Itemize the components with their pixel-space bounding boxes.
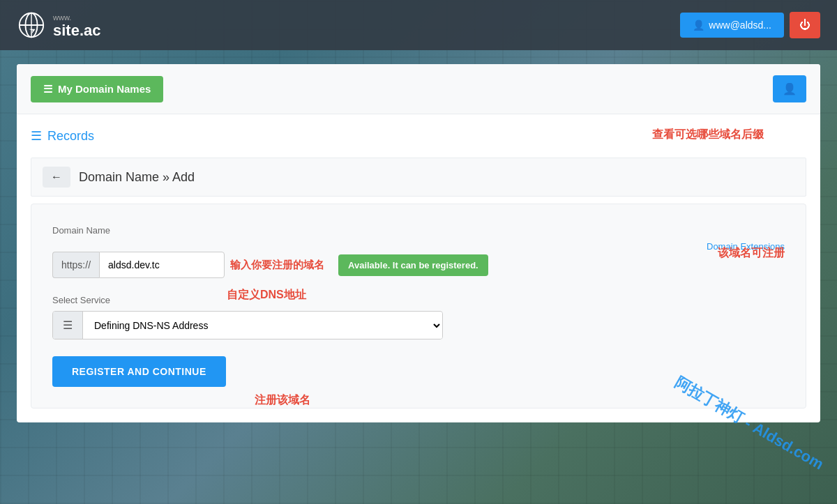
back-button[interactable]: ← [43, 167, 70, 188]
user-email: www@aldsd... [709, 20, 771, 31]
list-icon: ☰ [31, 128, 42, 144]
annotation-domain-suffix: 查看可选哪些域名后缀 [652, 128, 764, 142]
annotation-register: 注册该域名 [255, 393, 310, 408]
user-button[interactable]: 👤 www@aldsd... [680, 13, 784, 38]
domain-names-button[interactable]: ☰ My Domain Names [31, 76, 163, 102]
header-right: 👤 www@aldsd... ⏻ [680, 12, 820, 38]
back-icon: ← [51, 171, 62, 183]
logout-button[interactable]: ⏻ [790, 12, 820, 38]
domain-name-label: Domain Name [52, 225, 785, 236]
globe-icon [17, 10, 46, 40]
select-group: ☰ Defining DNS-NS Address [52, 311, 443, 339]
user-icon: 👤 [693, 20, 704, 31]
menu-icon: ☰ [43, 83, 52, 96]
main-wrapper: ☰ My Domain Names 👤 ☰ Records ← Domain N… [0, 50, 837, 436]
form-area: 查看可选哪些域名后缀 Domain Name Domain Extensions… [31, 204, 806, 408]
power-icon: ⏻ [799, 19, 810, 31]
card-header: ☰ My Domain Names 👤 [17, 64, 820, 114]
service-select[interactable]: Defining DNS-NS Address [83, 312, 442, 339]
available-badge: Available. It can be registered. [338, 254, 488, 276]
annotation-input-label: 输入你要注册的域名 [230, 259, 324, 272]
profile-button[interactable]: 👤 [773, 75, 806, 102]
header: www. site.ac 👤 www@aldsd... ⏻ [0, 0, 837, 50]
domain-input-group: https:// 输入你要注册的域名 Available. It can be … [52, 252, 785, 278]
breadcrumb-text: Domain Name » Add [79, 170, 195, 185]
content-card: ☰ My Domain Names 👤 ☰ Records ← Domain N… [17, 64, 820, 422]
annotation-dns: 自定义DNS地址 [227, 288, 306, 303]
breadcrumb-bar: ← Domain Name » Add [31, 158, 806, 197]
input-prefix: https:// [52, 252, 99, 278]
annotation-available: 该域名可注册 [718, 246, 785, 261]
domain-input[interactable] [99, 252, 225, 278]
register-label: REGISTER and Continue [72, 366, 206, 377]
logo-text: site.ac [53, 22, 101, 40]
domain-names-label: My Domain Names [58, 83, 151, 95]
logo-subtext: www. [53, 13, 71, 22]
domain-name-group: Domain Name Domain Extensions https:// 输… [52, 225, 785, 278]
select-service-label: Select Service [52, 295, 785, 305]
select-service-group: Select Service ☰ Defining DNS-NS Address [52, 295, 785, 339]
register-group: REGISTER and Continue [52, 356, 785, 387]
register-button[interactable]: REGISTER and Continue [52, 356, 226, 387]
records-label: Records [47, 129, 94, 144]
profile-icon: 👤 [783, 83, 797, 95]
service-icon: ☰ [53, 312, 83, 339]
logo: www. site.ac [17, 10, 101, 40]
